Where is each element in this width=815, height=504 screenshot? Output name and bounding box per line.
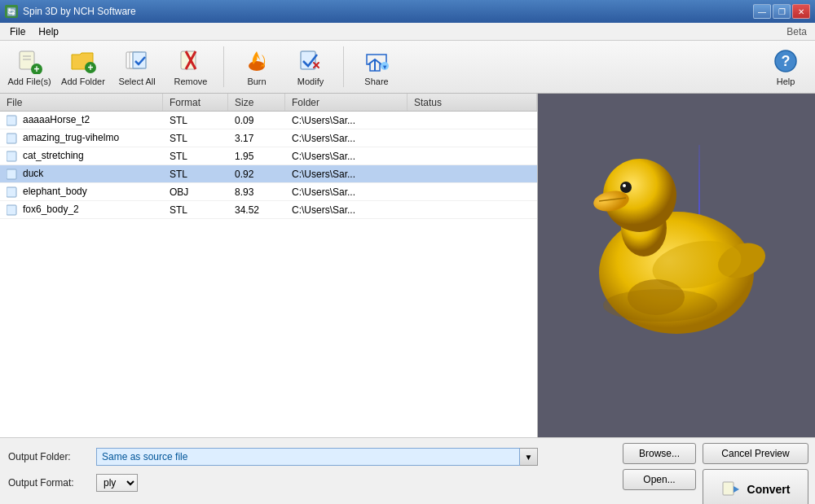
file-folder-cell: C:\Users\Sar...	[285, 186, 408, 198]
preview-panel	[538, 94, 815, 437]
file-size-cell: 8.93	[228, 186, 285, 198]
minimize-button[interactable]: —	[753, 4, 771, 19]
output-folder-label: Output Folder:	[8, 451, 90, 462]
svg-rect-38	[723, 482, 734, 495]
file-name-cell: aaaaaHorse_t2	[0, 114, 163, 126]
convert-label: Convert	[747, 483, 791, 496]
svg-rect-23	[7, 151, 16, 161]
output-format-label: Output Format:	[8, 477, 90, 489]
col-header-format: Format	[163, 94, 228, 111]
bottom-left: Output Folder: ▼ Output Format: ply stl …	[0, 438, 546, 504]
file-format-cell: STL	[163, 204, 228, 216]
table-row[interactable]: aaaaaHorse_t2 STL 0.09 C:\Users\Sar...	[0, 112, 537, 129]
menu-help[interactable]: Help	[32, 24, 65, 39]
add-folder-label: Add Folder	[61, 77, 105, 86]
file-folder-cell: C:\Users\Sar...	[285, 169, 408, 180]
file-format-cell: OBJ	[163, 186, 228, 198]
file-name-cell: amazing_trug-vihelmo	[0, 132, 163, 144]
window-title: Spin 3D by NCH Software	[23, 6, 136, 17]
burn-button[interactable]: Burn	[232, 43, 281, 90]
output-format-row: Output Format: ply stl obj 3ds dae	[8, 474, 538, 492]
col-header-size: Size	[228, 94, 285, 111]
burn-label: Burn	[247, 77, 266, 86]
title-bar-controls: — ❐ ✕	[753, 4, 810, 19]
burn-icon	[244, 48, 270, 74]
toolbar: + Add File(s) + Add Folder Select All	[0, 41, 815, 94]
bottom-right-top: Browse... Open... Cancel Preview Convert	[553, 443, 808, 504]
cancel-preview-button[interactable]: Cancel Preview	[703, 443, 808, 464]
file-folder-cell: C:\Users\Sar...	[285, 151, 408, 162]
remove-label: Remove	[174, 77, 208, 86]
menu-bar: File Help Beta	[0, 23, 815, 41]
svg-rect-24	[7, 169, 16, 179]
file-name-cell: duck	[0, 168, 163, 180]
modify-icon	[297, 48, 324, 74]
svg-rect-25	[7, 187, 16, 197]
col-header-status: Status	[408, 94, 537, 111]
close-button[interactable]: ✕	[792, 4, 810, 19]
file-size-cell: 0.92	[228, 169, 285, 180]
add-files-button[interactable]: + Add File(s)	[5, 43, 54, 90]
convert-button[interactable]: Convert	[703, 469, 808, 504]
file-format-cell: STL	[163, 115, 228, 126]
svg-text:+: +	[33, 64, 39, 74]
modify-button[interactable]: Modify	[286, 43, 335, 90]
file-name-cell: elephant_body	[0, 186, 163, 198]
file-list-header: File Format Size Folder Status	[0, 94, 537, 112]
share-label: Share	[364, 77, 388, 86]
file-size-cell: 1.95	[228, 151, 285, 162]
open-button[interactable]: Open...	[623, 469, 696, 490]
table-row[interactable]: amazing_trug-vihelmo STL 3.17 C:\Users\S…	[0, 129, 537, 147]
file-list-body: aaaaaHorse_t2 STL 0.09 C:\Users\Sar... a…	[0, 112, 537, 437]
file-name-cell: fox6_body_2	[0, 204, 163, 216]
restore-button[interactable]: ❐	[773, 4, 791, 19]
add-files-icon: +	[16, 48, 42, 74]
share-icon: ▾	[363, 48, 390, 74]
svg-text:+: +	[87, 62, 93, 73]
output-folder-input[interactable]	[96, 448, 520, 466]
duck-preview	[570, 110, 782, 354]
bottom-controls: Output Folder: ▼ Output Format: ply stl …	[0, 437, 815, 504]
svg-rect-22	[7, 134, 16, 143]
help-button[interactable]: ? Help	[761, 43, 810, 90]
file-folder-cell: C:\Users\Sar...	[285, 204, 408, 216]
main-area: File Format Size Folder Status aaaaaHors…	[0, 94, 815, 437]
file-format-cell: STL	[163, 151, 228, 162]
beta-label: Beta	[786, 26, 812, 37]
add-folder-button[interactable]: + Add Folder	[59, 43, 108, 90]
output-folder-row: Output Folder: ▼	[8, 443, 538, 471]
cancel-convert-buttons: Cancel Preview Convert	[703, 443, 808, 504]
table-row[interactable]: elephant_body OBJ 8.93 C:\Users\Sar...	[0, 183, 537, 201]
table-row[interactable]: cat_stretching STL 1.95 C:\Users\Sar...	[0, 147, 537, 165]
file-format-cell: STL	[163, 169, 228, 180]
col-header-folder: Folder	[285, 94, 408, 111]
output-format-select[interactable]: ply stl obj 3ds dae	[96, 474, 138, 492]
table-row[interactable]: duck STL 0.92 C:\Users\Sar...	[0, 165, 537, 183]
bottom-right: Browse... Open... Cancel Preview Convert	[546, 438, 815, 504]
modify-label: Modify	[297, 77, 324, 86]
help-icon: ?	[773, 48, 799, 74]
browse-button[interactable]: Browse...	[623, 443, 696, 464]
select-all-button[interactable]: Select All	[112, 43, 161, 90]
file-name-cell: cat_stretching	[0, 150, 163, 162]
help-label: Help	[777, 77, 795, 86]
file-list-panel: File Format Size Folder Status aaaaaHors…	[0, 94, 538, 437]
preview-inner	[538, 94, 815, 437]
svg-point-37	[628, 279, 685, 315]
app-icon: 🔄	[5, 5, 18, 18]
menu-file[interactable]: File	[3, 24, 32, 39]
add-files-label: Add File(s)	[7, 77, 51, 86]
output-folder-wrapper: ▼	[96, 448, 538, 466]
file-folder-cell: C:\Users\Sar...	[285, 133, 408, 144]
svg-rect-21	[7, 116, 16, 125]
remove-button[interactable]: Remove	[166, 43, 215, 90]
file-size-cell: 0.09	[228, 115, 285, 126]
title-bar: 🔄 Spin 3D by NCH Software — ❐ ✕	[0, 0, 815, 23]
svg-text:?: ?	[782, 53, 791, 69]
table-row[interactable]: fox6_body_2 STL 34.52 C:\Users\Sar...	[0, 201, 537, 219]
file-size-cell: 34.52	[228, 204, 285, 216]
remove-icon	[178, 48, 204, 74]
file-folder-cell: C:\Users\Sar...	[285, 115, 408, 126]
output-folder-dropdown[interactable]: ▼	[520, 448, 538, 466]
share-button[interactable]: ▾ Share	[352, 43, 401, 90]
